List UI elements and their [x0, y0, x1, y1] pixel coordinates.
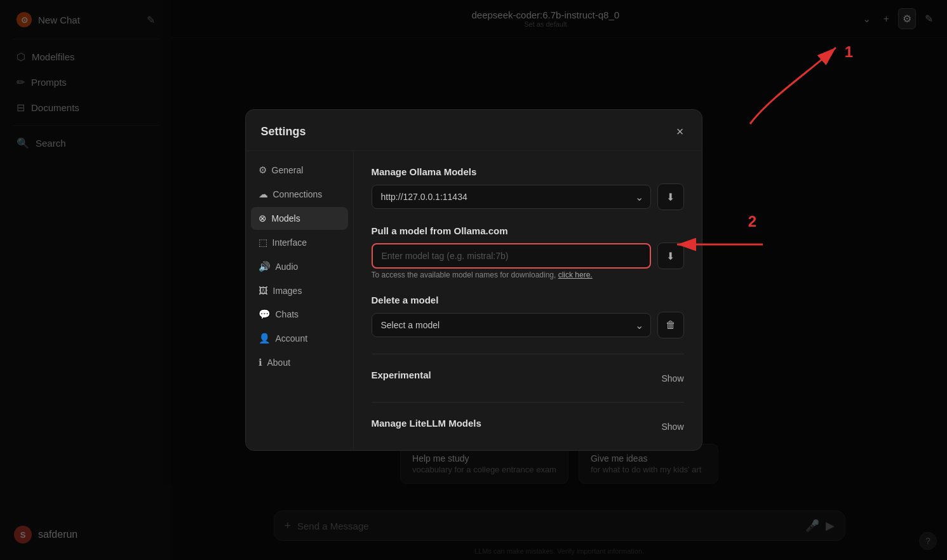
settings-nav-account[interactable]: 👤 Account — [251, 327, 348, 350]
delete-model-section: Delete a model Select a model 🗑 — [372, 295, 684, 338]
url-select[interactable]: http://127.0.0.1:11434 — [372, 185, 651, 209]
delete-model-button[interactable]: 🗑 — [657, 312, 684, 338]
settings-nav-connections[interactable]: ☁ Connections — [251, 183, 348, 206]
url-select-wrapper: http://127.0.0.1:11434 — [372, 185, 651, 209]
pull-model-section: Pull a model from Ollama.com ⬇ To access… — [372, 225, 684, 279]
settings-nav-models[interactable]: ⊗ Models — [251, 207, 348, 230]
settings-nav-images[interactable]: 🖼 Images — [251, 279, 348, 302]
general-icon: ⚙ — [259, 164, 267, 176]
url-download-button[interactable]: ⬇ — [657, 183, 684, 210]
manage-models-title: Manage Ollama Models — [372, 166, 684, 177]
interface-label: Interface — [272, 237, 307, 248]
pull-download-button[interactable]: ⬇ — [657, 243, 684, 269]
delete-model-title: Delete a model — [372, 295, 684, 305]
modal-overlay[interactable]: Settings × ⚙ General ☁ Connections ⊗ Mod… — [0, 0, 947, 560]
general-label: General — [272, 165, 304, 175]
audio-icon: 🔊 — [259, 261, 271, 272]
models-icon: ⊗ — [259, 213, 267, 224]
url-row: http://127.0.0.1:11434 ⬇ — [372, 183, 684, 210]
settings-nav: ⚙ General ☁ Connections ⊗ Models ⬚ Inter… — [246, 151, 354, 450]
litellm-title: Manage LiteLLM Models — [372, 418, 481, 429]
pull-model-title: Pull a model from Ollama.com — [372, 225, 684, 236]
pull-link[interactable]: click here. — [558, 270, 593, 279]
separator-1 — [372, 354, 684, 354]
experimental-show-button[interactable]: Show — [661, 373, 683, 383]
account-label: Account — [276, 333, 308, 343]
images-icon: 🖼 — [259, 285, 268, 296]
audio-label: Audio — [276, 262, 299, 272]
about-label: About — [267, 357, 291, 368]
experimental-section: Experimental Show — [372, 370, 684, 387]
connections-label: Connections — [273, 189, 323, 199]
settings-nav-interface[interactable]: ⬚ Interface — [251, 231, 348, 254]
settings-content: Manage Ollama Models http://127.0.0.1:11… — [354, 151, 702, 450]
settings-nav-audio[interactable]: 🔊 Audio — [251, 255, 348, 278]
about-icon: ℹ — [259, 357, 262, 368]
settings-modal: Settings × ⚙ General ☁ Connections ⊗ Mod… — [245, 109, 702, 451]
experimental-title: Experimental — [372, 370, 431, 380]
pull-row: ⬇ — [372, 243, 684, 269]
manage-models-section: Manage Ollama Models http://127.0.0.1:11… — [372, 166, 684, 210]
modal-title: Settings — [261, 125, 306, 138]
delete-row: Select a model 🗑 — [372, 312, 684, 338]
connections-icon: ☁ — [259, 189, 268, 200]
images-label: Images — [273, 286, 302, 296]
delete-select-wrapper: Select a model — [372, 313, 651, 337]
settings-nav-chats[interactable]: 💬 Chats — [251, 303, 348, 326]
separator-2 — [372, 402, 684, 403]
modal-header: Settings × — [246, 110, 702, 151]
modal-close-button[interactable]: × — [674, 123, 687, 140]
interface-icon: ⬚ — [259, 237, 267, 248]
pull-link-prefix: To access the available model names for … — [372, 270, 556, 279]
model-tag-input[interactable] — [372, 243, 651, 269]
settings-nav-about[interactable]: ℹ About — [251, 351, 348, 374]
models-label: Models — [272, 213, 300, 223]
pull-link-row: To access the available model names for … — [372, 270, 684, 279]
chats-icon: 💬 — [259, 309, 271, 320]
litellm-section: Manage LiteLLM Models Show — [372, 418, 684, 435]
account-icon: 👤 — [259, 333, 271, 344]
settings-nav-general[interactable]: ⚙ General — [251, 159, 348, 182]
delete-model-select[interactable]: Select a model — [372, 313, 651, 337]
litellm-show-button[interactable]: Show — [661, 422, 683, 432]
modal-body: ⚙ General ☁ Connections ⊗ Models ⬚ Inter… — [246, 151, 702, 450]
chats-label: Chats — [276, 309, 299, 319]
